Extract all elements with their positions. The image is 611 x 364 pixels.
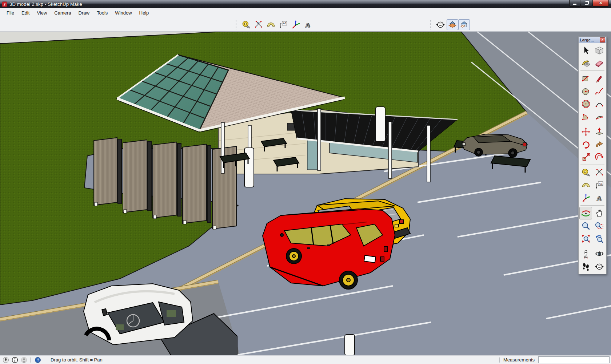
toolbar-drag-handle[interactable] bbox=[236, 20, 238, 29]
sign-in-icon[interactable] bbox=[21, 357, 27, 363]
previous-tool[interactable] bbox=[592, 232, 606, 245]
section-plane-tool[interactable] bbox=[592, 260, 606, 273]
dimension-tool-button[interactable] bbox=[252, 19, 265, 31]
zoom-tool[interactable] bbox=[579, 219, 592, 232]
statusbar-separator bbox=[30, 357, 31, 363]
axes-tool-button[interactable] bbox=[289, 19, 302, 31]
orbit-tool[interactable] bbox=[579, 207, 592, 219]
large-tool-set-palette: Large... x bbox=[578, 36, 607, 274]
menu-view[interactable]: View bbox=[33, 9, 51, 17]
follow-me-tool[interactable] bbox=[592, 138, 606, 151]
menu-draw[interactable]: Draw bbox=[75, 9, 93, 17]
polygon-tool[interactable] bbox=[579, 97, 592, 110]
tape-measure-tool-button[interactable] bbox=[240, 19, 252, 31]
toolbar-drag-handle[interactable] bbox=[430, 20, 432, 29]
palette-grid bbox=[579, 43, 606, 274]
menu-camera[interactable]: Camera bbox=[51, 9, 75, 17]
viewport-3d[interactable]: Large... x bbox=[0, 32, 611, 355]
close-icon: ✕ bbox=[599, 1, 602, 5]
protractor-icon bbox=[266, 20, 276, 29]
freehand-icon bbox=[595, 86, 604, 96]
menu-bar: File Edit View Camera Draw Tools Window … bbox=[0, 8, 611, 18]
credits-icon[interactable] bbox=[12, 357, 18, 363]
help-icon[interactable] bbox=[35, 357, 41, 363]
3d-text-tool[interactable] bbox=[592, 191, 606, 204]
pavilion-door bbox=[307, 138, 318, 170]
zoom-icon bbox=[581, 221, 591, 231]
paint-bucket-tool[interactable] bbox=[579, 57, 592, 69]
protractor-tool[interactable] bbox=[579, 179, 592, 191]
pie-tool[interactable] bbox=[579, 110, 592, 123]
geolocation-icon[interactable] bbox=[3, 357, 9, 363]
tape-measure-tool[interactable] bbox=[579, 166, 592, 179]
make-component-tool[interactable] bbox=[592, 44, 606, 57]
minimize-button[interactable] bbox=[569, 0, 580, 7]
offset-tool[interactable] bbox=[592, 151, 606, 163]
move-tool[interactable] bbox=[579, 125, 592, 138]
freehand-tool[interactable] bbox=[592, 85, 606, 97]
arc-tool[interactable] bbox=[592, 97, 606, 110]
eraser-tool[interactable] bbox=[592, 57, 606, 69]
tape-measure-icon bbox=[241, 20, 251, 29]
tape-measure-icon bbox=[581, 168, 591, 177]
3d-text-tool-button[interactable] bbox=[302, 19, 314, 31]
polygon-icon bbox=[581, 99, 591, 109]
pan-tool[interactable] bbox=[592, 207, 606, 219]
rectangle-tool[interactable] bbox=[579, 72, 592, 85]
palette-title: Large... bbox=[580, 38, 600, 42]
line-tool[interactable] bbox=[592, 72, 606, 85]
menu-help[interactable]: Help bbox=[136, 9, 153, 17]
menu-window[interactable]: Window bbox=[111, 9, 135, 17]
paint-bucket-icon bbox=[581, 58, 591, 68]
menu-tools[interactable]: Tools bbox=[93, 9, 111, 17]
eraser-icon bbox=[595, 58, 604, 68]
menu-edit[interactable]: Edit bbox=[18, 9, 33, 17]
palette-separator bbox=[580, 124, 604, 124]
circle-tool[interactable] bbox=[579, 85, 592, 97]
palette-close-button[interactable]: x bbox=[600, 37, 605, 43]
orbit-icon bbox=[581, 209, 591, 218]
text-tool-button[interactable] bbox=[277, 19, 289, 31]
scale-tool[interactable] bbox=[579, 151, 592, 163]
palette-separator bbox=[580, 205, 604, 206]
axes-tool[interactable] bbox=[579, 191, 592, 204]
text-tool[interactable] bbox=[592, 179, 606, 191]
restore-button[interactable] bbox=[581, 0, 592, 7]
pie-icon bbox=[581, 112, 591, 121]
text-icon bbox=[279, 20, 288, 29]
dimension-tool[interactable] bbox=[592, 166, 606, 179]
statusbar-separator bbox=[499, 357, 500, 363]
move-icon bbox=[581, 127, 591, 137]
zoom-extents-tool[interactable] bbox=[579, 232, 592, 245]
protractor-icon bbox=[581, 181, 591, 190]
sections-toolbar bbox=[430, 19, 470, 31]
make-component-icon bbox=[595, 46, 604, 55]
position-camera-tool[interactable] bbox=[579, 247, 592, 260]
scale-icon bbox=[581, 153, 591, 162]
construction-toolbar bbox=[236, 19, 314, 31]
rotate-tool[interactable] bbox=[579, 138, 592, 151]
close-button[interactable]: ✕ bbox=[592, 0, 609, 7]
3d-text-icon bbox=[303, 20, 313, 29]
axes-icon bbox=[581, 193, 591, 203]
sketchup-logo-icon bbox=[2, 1, 7, 7]
walk-tool[interactable] bbox=[579, 260, 592, 273]
2-point-arc-tool[interactable] bbox=[592, 110, 606, 123]
arc-icon bbox=[595, 99, 604, 109]
look-around-tool[interactable] bbox=[592, 247, 606, 260]
previous-icon bbox=[595, 234, 604, 243]
protractor-tool-button[interactable] bbox=[265, 19, 277, 31]
minimize-icon bbox=[573, 4, 576, 5]
zoom-window-icon bbox=[595, 221, 604, 231]
palette-titlebar[interactable]: Large... x bbox=[579, 37, 606, 43]
measurements-input[interactable] bbox=[538, 356, 610, 363]
push-pull-tool[interactable] bbox=[592, 125, 606, 138]
section-plane-tool-button[interactable] bbox=[434, 19, 447, 31]
display-section-cuts-button[interactable] bbox=[458, 19, 470, 30]
zoom-window-tool[interactable] bbox=[592, 219, 606, 232]
menu-file[interactable]: File bbox=[3, 9, 18, 17]
select-icon bbox=[581, 46, 591, 55]
select-tool[interactable] bbox=[579, 44, 592, 57]
pan-icon bbox=[595, 209, 604, 218]
display-section-planes-button[interactable] bbox=[447, 19, 458, 30]
